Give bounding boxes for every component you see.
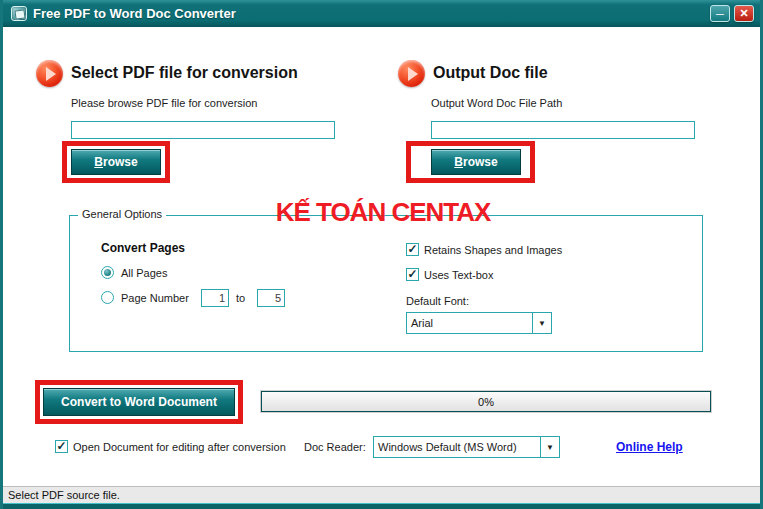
highlight-box-convert bbox=[35, 380, 243, 424]
doc-section-label: Output Word Doc File Path bbox=[431, 97, 562, 109]
close-button[interactable]: ✕ bbox=[734, 5, 754, 22]
doc-path-input[interactable] bbox=[431, 121, 695, 139]
general-options-legend: General Options bbox=[78, 208, 166, 220]
all-pages-label: All Pages bbox=[121, 267, 167, 279]
retains-shapes-checkbox[interactable]: ✓ bbox=[406, 243, 419, 256]
status-bar: Select PDF source file. bbox=[3, 486, 760, 503]
page-number-radio[interactable] bbox=[101, 291, 114, 304]
app-icon bbox=[11, 6, 27, 21]
chevron-down-icon[interactable]: ▼ bbox=[540, 437, 559, 457]
section-arrow-icon bbox=[398, 60, 425, 87]
bottom-border-strip bbox=[3, 503, 760, 509]
open-document-label: Open Document for editing after conversi… bbox=[73, 441, 286, 453]
page-from-input[interactable] bbox=[201, 289, 229, 307]
doc-reader-value: Windows Default (MS Word) bbox=[378, 441, 517, 453]
highlight-box-browse-pdf bbox=[62, 141, 170, 183]
status-text: Select PDF source file. bbox=[8, 489, 120, 501]
minimize-button[interactable]: ─ bbox=[710, 5, 730, 22]
window-title: Free PDF to Word Doc Converter bbox=[33, 6, 236, 21]
app-window: Free PDF to Word Doc Converter ─ ✕ Selec… bbox=[0, 0, 763, 509]
check-icon: ✓ bbox=[407, 242, 417, 256]
uses-textbox-label: Uses Text-box bbox=[424, 269, 494, 281]
title-bar: Free PDF to Word Doc Converter ─ ✕ bbox=[3, 0, 760, 27]
default-font-dropdown[interactable]: Arial ▼ bbox=[406, 312, 552, 334]
check-icon: ✓ bbox=[56, 439, 66, 453]
general-options-group: General Options bbox=[69, 215, 703, 352]
default-font-value: Arial bbox=[411, 317, 433, 329]
check-icon: ✓ bbox=[407, 267, 417, 281]
pdf-path-input[interactable] bbox=[71, 121, 335, 139]
open-document-checkbox[interactable]: ✓ bbox=[55, 440, 68, 453]
retains-shapes-label: Retains Shapes and Images bbox=[424, 244, 562, 256]
uses-textbox-checkbox[interactable]: ✓ bbox=[406, 268, 419, 281]
close-icon: ✕ bbox=[739, 7, 748, 20]
highlight-box-browse-doc bbox=[406, 141, 535, 183]
page-to-input[interactable] bbox=[257, 289, 285, 307]
doc-reader-label: Doc Reader: bbox=[304, 441, 366, 453]
all-pages-radio[interactable] bbox=[101, 266, 114, 279]
convert-pages-label: Convert Pages bbox=[101, 241, 185, 255]
progress-value: 0% bbox=[478, 396, 494, 408]
online-help-link[interactable]: Online Help bbox=[616, 440, 683, 454]
watermark-text: KẾ TOÁN CENTAX bbox=[243, 197, 523, 228]
default-font-label: Default Font: bbox=[406, 295, 469, 307]
pdf-section-label: Please browse PDF file for conversion bbox=[71, 97, 257, 109]
chevron-down-icon[interactable]: ▼ bbox=[532, 313, 551, 333]
pdf-section-heading: Select PDF file for conversion bbox=[71, 64, 298, 82]
minimize-icon: ─ bbox=[716, 8, 724, 20]
progress-bar: 0% bbox=[261, 391, 711, 412]
section-arrow-icon bbox=[36, 60, 63, 87]
doc-reader-dropdown[interactable]: Windows Default (MS Word) ▼ bbox=[373, 436, 560, 458]
doc-section-heading: Output Doc file bbox=[433, 64, 548, 82]
page-number-label: Page Number bbox=[121, 292, 189, 304]
to-label: to bbox=[236, 292, 245, 304]
